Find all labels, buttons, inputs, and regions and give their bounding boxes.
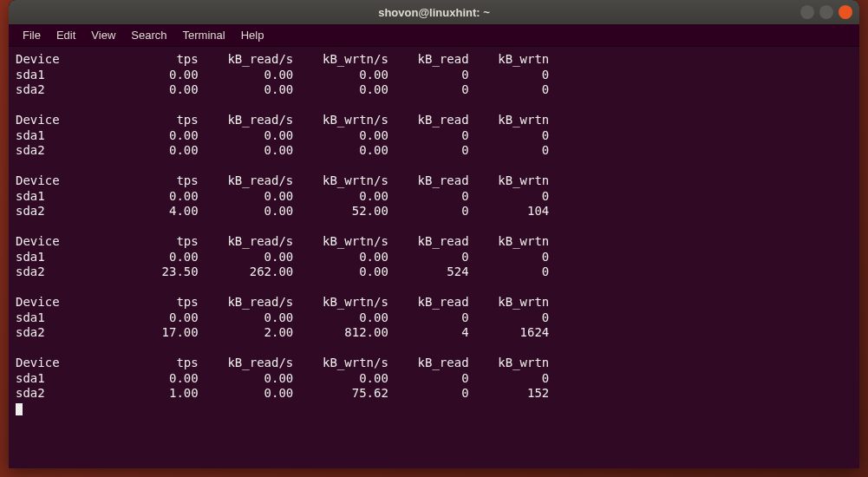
iostat-row: sda2 17.00 2.00 812.00 4 1624: [16, 325, 852, 341]
iostat-row: sda1 0.00 0.00 0.00 0 0: [16, 68, 852, 83]
minimize-button[interactable]: [800, 5, 814, 19]
menu-terminal[interactable]: Terminal: [176, 27, 232, 43]
blank-line: [16, 159, 852, 174]
iostat-row: sda2 1.00 0.00 75.62 0 152: [16, 386, 852, 402]
titlebar: shovon@linuxhint: ~: [9, 0, 859, 24]
iostat-row: sda1 0.00 0.00 0.00 0 0: [16, 128, 852, 144]
iostat-header: Device tps kB_read/s kB_wrtn/s kB_read k…: [16, 113, 852, 128]
iostat-row: sda2 0.00 0.00 0.00 0 0: [16, 82, 852, 98]
iostat-header: Device tps kB_read/s kB_wrtn/s kB_read k…: [16, 173, 852, 189]
menu-view[interactable]: View: [84, 27, 122, 43]
menu-file[interactable]: File: [16, 27, 48, 43]
iostat-header: Device tps kB_read/s kB_wrtn/s kB_read k…: [16, 356, 852, 371]
iostat-row: sda2 23.50 262.00 0.00 524 0: [16, 265, 852, 280]
iostat-row: sda1 0.00 0.00 0.00 0 0: [16, 371, 852, 387]
iostat-row: sda1 0.00 0.00 0.00 0 0: [16, 310, 852, 326]
cursor-line: [16, 402, 852, 417]
window-title: shovon@linuxhint: ~: [378, 6, 490, 19]
iostat-header: Device tps kB_read/s kB_wrtn/s kB_read k…: [16, 52, 852, 68]
close-button[interactable]: [839, 5, 852, 19]
window-controls: [800, 5, 852, 19]
iostat-header: Device tps kB_read/s kB_wrtn/s kB_read k…: [16, 295, 852, 310]
menu-edit[interactable]: Edit: [49, 27, 82, 43]
iostat-header: Device tps kB_read/s kB_wrtn/s kB_read k…: [16, 234, 852, 250]
cursor: [16, 403, 23, 415]
blank-line: [16, 98, 852, 114]
iostat-row: sda1 0.00 0.00 0.00 0 0: [16, 250, 852, 265]
iostat-row: sda2 4.00 0.00 52.00 0 104: [16, 204, 852, 219]
terminal-output[interactable]: Device tps kB_read/s kB_wrtn/s kB_read k…: [9, 47, 859, 468]
menubar: File Edit View Search Terminal Help: [9, 24, 859, 47]
iostat-row: sda2 0.00 0.00 0.00 0 0: [16, 143, 852, 159]
blank-line: [16, 280, 852, 296]
blank-line: [16, 219, 852, 235]
menu-help[interactable]: Help: [234, 27, 271, 43]
maximize-button[interactable]: [819, 5, 833, 19]
iostat-row: sda1 0.00 0.00 0.00 0 0: [16, 189, 852, 205]
menu-search[interactable]: Search: [124, 27, 173, 43]
terminal-window: shovon@linuxhint: ~ File Edit View Searc…: [9, 0, 859, 468]
blank-line: [16, 341, 852, 356]
